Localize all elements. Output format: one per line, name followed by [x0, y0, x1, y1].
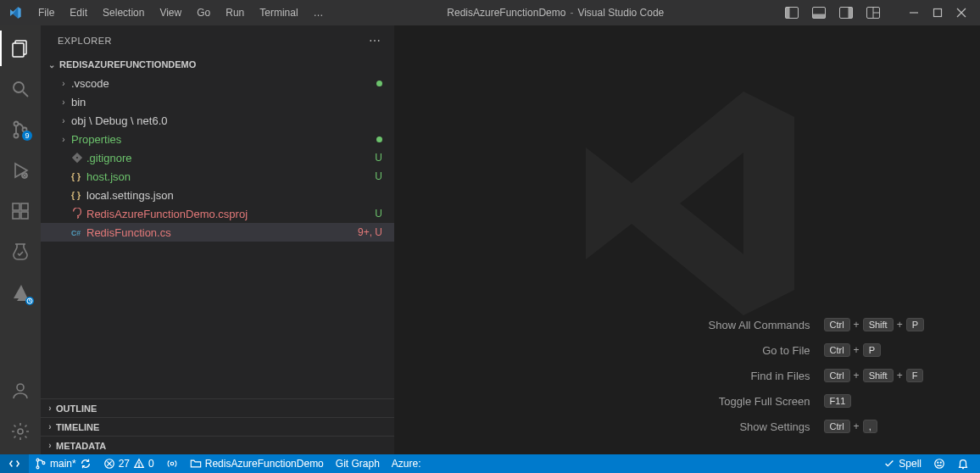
folder-row[interactable]: ›.vscode [41, 74, 394, 92]
window-title-sep: - [570, 7, 573, 19]
activity-extensions[interactable] [0, 193, 41, 229]
activity-explorer[interactable] [0, 31, 41, 66]
file-tree: ⌄ REDISAZUREFUNCTIONDEMO ›.vscode›bin›ob… [41, 55, 394, 398]
chevron-right-icon: › [58, 135, 70, 144]
chevron-right-icon: › [44, 441, 56, 450]
error-icon [103, 458, 115, 470]
menu-edit[interactable]: Edit [64, 3, 93, 22]
kbd-key: Ctrl [824, 369, 850, 382]
folder-icon [190, 458, 202, 470]
menu-terminal[interactable]: Terminal [253, 3, 303, 22]
kbd-key: Shift [863, 318, 894, 331]
menu-bar: File Edit Selection View Go Run Terminal… [32, 3, 331, 22]
sidebar-section-timeline[interactable]: ›TIMELINE [41, 417, 394, 436]
chevron-right-icon: › [44, 422, 56, 431]
sidebar-section-outline[interactable]: ›OUTLINE [41, 398, 394, 417]
status-port-forward[interactable] [160, 454, 184, 473]
warning-icon [133, 458, 145, 470]
svg-rect-5 [849, 8, 853, 19]
file-row[interactable]: .gitignoreU [41, 148, 394, 167]
status-azure-label: Azure: [392, 458, 421, 470]
activity-settings[interactable] [0, 414, 41, 449]
minimize-icon[interactable] [902, 2, 926, 24]
status-git-graph-label: Git Graph [336, 458, 380, 470]
status-azure[interactable]: Azure: [386, 454, 427, 473]
shortcut-keys: Ctrl+, [824, 420, 925, 433]
status-branch[interactable]: main* [29, 454, 97, 473]
svg-rect-25 [21, 203, 28, 210]
status-feedback[interactable] [927, 454, 951, 473]
broadcast-icon [166, 458, 178, 470]
svg-rect-22 [13, 203, 19, 210]
activity-run-debug[interactable] [0, 153, 41, 188]
menu-selection[interactable]: Selection [97, 3, 150, 22]
svg-point-42 [935, 459, 944, 469]
plus-sep: + [897, 370, 903, 381]
close-icon[interactable] [949, 2, 973, 24]
toggle-secondary-sidebar-icon[interactable] [834, 2, 858, 24]
chevron-right-icon: › [58, 79, 70, 88]
toggle-primary-sidebar-icon[interactable] [780, 2, 804, 24]
file-row[interactable]: RedisAzureFunctionDemo.csprojU [41, 204, 394, 223]
activity-search[interactable] [0, 71, 41, 107]
svg-point-18 [14, 134, 19, 138]
sync-icon [80, 458, 92, 470]
json-icon: { } [70, 189, 85, 201]
file-row[interactable]: C#RedisFunction.cs9+, U [41, 223, 394, 242]
kbd-key: F [906, 369, 924, 382]
gitignore-icon [70, 152, 85, 164]
status-git-graph[interactable]: Git Graph [330, 454, 386, 473]
activity-testing[interactable] [0, 234, 41, 270]
menu-view[interactable]: View [153, 3, 187, 22]
file-name: RedisAzureFunctionDemo.csproj [86, 208, 248, 220]
status-remote-button[interactable] [0, 454, 29, 473]
menu-file[interactable]: File [32, 3, 60, 22]
menu-run[interactable]: Run [220, 3, 250, 22]
menu-go[interactable]: Go [191, 3, 216, 22]
folder-row[interactable]: ›obj \ Debug \ net6.0 [41, 111, 394, 130]
git-status-decoration: 9+, U [358, 226, 382, 238]
folder-row[interactable]: ›bin [41, 92, 394, 111]
file-row[interactable]: { }local.settings.json [41, 186, 394, 204]
file-row[interactable]: { }host.jsonU [41, 167, 394, 186]
activity-azure[interactable] [0, 275, 41, 310]
modified-dot-icon [376, 133, 382, 145]
status-open-folder[interactable]: RedisAzureFunctionDemo [184, 454, 330, 473]
kbd-key: Shift [863, 369, 894, 382]
maximize-icon[interactable] [926, 2, 949, 24]
status-problems[interactable]: 27 0 [97, 454, 160, 473]
kbd-key: F11 [824, 394, 852, 408]
status-notifications[interactable] [951, 454, 975, 473]
activity-source-control[interactable]: 9 [0, 112, 41, 147]
section-label: TIMELINE [56, 422, 99, 432]
customize-layout-icon[interactable] [861, 2, 885, 24]
kbd-key: , [863, 420, 877, 433]
plus-sep: + [854, 420, 860, 432]
toggle-panel-icon[interactable] [807, 2, 831, 24]
svg-point-28 [18, 429, 23, 434]
section-label: OUTLINE [56, 403, 97, 414]
chevron-right-icon: › [58, 116, 70, 125]
workspace-name: REDISAZUREFUNCTIONDEMO [59, 59, 196, 70]
check-icon [883, 458, 895, 470]
shortcut-keys: Ctrl+Shift+P [824, 318, 925, 331]
folder-name: obj \ Debug \ net6.0 [71, 114, 167, 127]
svg-point-44 [940, 462, 941, 463]
workspace-root[interactable]: ⌄ REDISAZUREFUNCTIONDEMO [41, 55, 394, 74]
git-status-decoration: U [375, 208, 382, 220]
svg-point-17 [14, 122, 19, 126]
folder-row[interactable]: ›Properties [41, 130, 394, 148]
plus-sep: + [897, 319, 903, 331]
explorer-sidebar: EXPLORER ⋯ ⌄ REDISAZUREFUNCTIONDEMO ›.vs… [41, 25, 395, 454]
menu-overflow[interactable]: … [308, 3, 331, 22]
shortcut-label: Toggle Full Screen [709, 395, 810, 408]
sidebar-more-icon[interactable]: ⋯ [369, 34, 382, 47]
sidebar-section-metadata[interactable]: ›METADATA [41, 436, 394, 454]
editor-area: Show All CommandsCtrl+Shift+PGo to FileC… [395, 25, 980, 454]
shortcut-label: Show All Commands [709, 319, 810, 331]
activity-account[interactable] [0, 373, 41, 409]
status-spell[interactable]: Spell [877, 454, 927, 473]
svg-point-29 [76, 157, 78, 159]
window-title: RedisAzureFunctionDemo - Visual Studio C… [335, 7, 777, 19]
azure-sync-badge-icon [25, 297, 34, 305]
